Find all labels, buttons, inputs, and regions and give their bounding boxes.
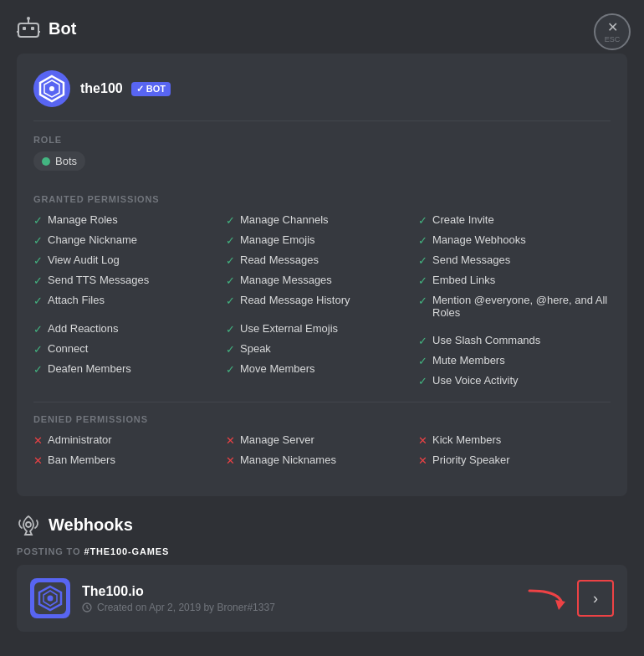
list-item: ✓Use Slash Commands <box>418 331 611 350</box>
bot-badge: ✓ BOT <box>131 82 171 96</box>
svg-marker-16 <box>555 600 565 610</box>
check-icon: ✓ <box>418 254 427 267</box>
granted-col-2: ✓Manage Channels ✓Manage Emojis ✓Read Me… <box>226 211 418 390</box>
posting-label: POSTING TO #THE100-GAMES <box>17 546 627 556</box>
check-icon: ✓ <box>418 335 427 347</box>
cross-icon: ✕ <box>418 454 427 467</box>
user-row: the100 ✓ BOT <box>33 70 611 121</box>
avatar <box>33 70 70 107</box>
role-label: ROLE <box>33 135 611 145</box>
check-icon: ✓ <box>33 234 43 247</box>
list-item: ✕Manage Nicknames <box>226 451 418 469</box>
list-item: ✕Administrator <box>33 431 226 449</box>
list-item: ✕Manage Server <box>226 431 418 449</box>
role-tag: Bots <box>33 151 85 171</box>
cross-icon: ✕ <box>33 454 43 467</box>
list-item: ✓Create Invite <box>418 211 611 229</box>
webhook-meta: Created on Apr 2, 2019 by Broner#1337 <box>82 602 275 613</box>
bot-section-title: Bot <box>17 17 627 40</box>
posting-channel: #THE100-GAMES <box>84 546 169 556</box>
check-icon: ✓ <box>226 234 235 247</box>
webhooks-title: Webhooks <box>49 515 133 535</box>
check-icon: ✓ <box>418 214 427 227</box>
webhook-avatar <box>30 578 70 618</box>
cross-icon: ✕ <box>33 434 43 447</box>
list-item: ✓Manage Messages <box>226 271 418 290</box>
list-item: ✓Speak <box>226 340 418 358</box>
role-dot-icon <box>42 157 50 166</box>
check-icon: ✓ <box>33 323 43 336</box>
list-item: ✓Move Members <box>226 360 418 378</box>
role-name: Bots <box>55 155 77 167</box>
denied-label: DENIED PERMISSIONS <box>33 414 611 424</box>
webhook-text-info: The100.io Created on Apr 2, 2019 by Bron… <box>82 584 275 613</box>
denied-col-2: ✕Manage Server ✕Manage Nicknames <box>226 431 418 469</box>
list-item: ✓Use External Emojis <box>226 320 418 338</box>
close-button[interactable]: ✕ ESC <box>594 13 631 50</box>
check-icon: ✓ <box>418 274 427 287</box>
list-item: ✓Manage Emojis <box>226 231 418 249</box>
check-icon: ✓ <box>226 323 235 336</box>
user-info: the100 ✓ BOT <box>80 81 171 96</box>
list-item: ✓Manage Webhooks <box>418 231 611 249</box>
granted-col-3: ✓Create Invite ✓Manage Webhooks ✓Send Me… <box>418 211 611 390</box>
list-item: ✓Send Messages <box>418 251 611 269</box>
list-item: ✓Embed Links <box>418 271 611 290</box>
list-item: ✓Add Reactions <box>33 320 226 338</box>
modal-container: ✕ ESC Bot <box>0 0 644 648</box>
esc-label: ESC <box>605 35 621 44</box>
bot-icon <box>17 17 40 40</box>
list-item: ✕Kick Members <box>418 431 611 449</box>
username: the100 <box>80 81 123 96</box>
close-icon: ✕ <box>607 21 618 34</box>
divider <box>33 402 611 402</box>
svg-point-4 <box>27 17 30 20</box>
list-item: ✓Change Nickname <box>33 231 226 249</box>
granted-col-1: ✓Manage Roles ✓Change Nickname ✓View Aud… <box>33 211 226 390</box>
list-item: ✕Priority Speaker <box>418 451 611 469</box>
check-icon: ✓ <box>226 363 235 376</box>
list-item: ✓Read Message History <box>226 291 418 310</box>
cross-icon: ✕ <box>226 454 235 467</box>
cross-icon: ✕ <box>418 434 427 447</box>
svg-point-14 <box>48 596 54 602</box>
webhooks-section: Webhooks POSTING TO #THE100-GAMES The100… <box>17 513 627 632</box>
check-icon: ✓ <box>33 343 43 356</box>
bot-info-card: the100 ✓ BOT ROLE Bots GRANTED PERMISSIO… <box>17 54 627 496</box>
webhook-nav-button[interactable]: › <box>577 580 614 617</box>
check-icon: ✓ <box>226 343 235 356</box>
arrow-indicator <box>525 587 567 623</box>
clock-icon <box>82 602 92 612</box>
list-item: ✓Mute Members <box>418 351 611 370</box>
list-item: ✓Read Messages <box>226 251 418 269</box>
page-title: Bot <box>49 19 76 38</box>
check-icon: ✓ <box>33 214 43 227</box>
list-item: ✓Attach Files <box>33 291 226 310</box>
list-item: ✓Deafen Members <box>33 360 226 378</box>
list-item: ✓Manage Channels <box>226 211 418 229</box>
webhook-info: The100.io Created on Apr 2, 2019 by Bron… <box>30 578 275 618</box>
role-section: ROLE Bots <box>33 135 611 184</box>
list-item: ✕Ban Members <box>33 451 226 469</box>
denied-permissions-section: DENIED PERMISSIONS ✕Administrator ✕Ban M… <box>33 414 611 469</box>
list-item: ✓Connect <box>33 340 226 358</box>
check-icon: ✓ <box>226 295 235 307</box>
svg-rect-2 <box>31 27 34 30</box>
check-icon: ✓ <box>33 274 43 287</box>
webhook-name: The100.io <box>82 584 275 599</box>
list-item: ✓Use Voice Activity <box>418 372 611 390</box>
denied-permissions-grid: ✕Administrator ✕Ban Members ✕Manage Serv… <box>33 431 611 469</box>
check-icon: ✓ <box>226 274 235 287</box>
list-item: ✓Manage Roles <box>33 211 226 229</box>
list-item: ✓Send TTS Messages <box>33 271 226 290</box>
check-icon: ✓ <box>33 363 43 376</box>
svg-point-10 <box>26 522 31 527</box>
webhooks-title-row: Webhooks <box>17 513 627 536</box>
check-icon: ✓ <box>33 254 43 267</box>
denied-col-1: ✕Administrator ✕Ban Members <box>33 431 226 469</box>
granted-permissions-section: GRANTED PERMISSIONS ✓Manage Roles ✓Chang… <box>33 194 611 390</box>
cross-icon: ✕ <box>226 434 235 447</box>
check-icon: ✓ <box>226 214 235 227</box>
webhook-meta-text: Created on Apr 2, 2019 by Broner#1337 <box>97 602 275 613</box>
check-icon: ✓ <box>226 254 235 267</box>
